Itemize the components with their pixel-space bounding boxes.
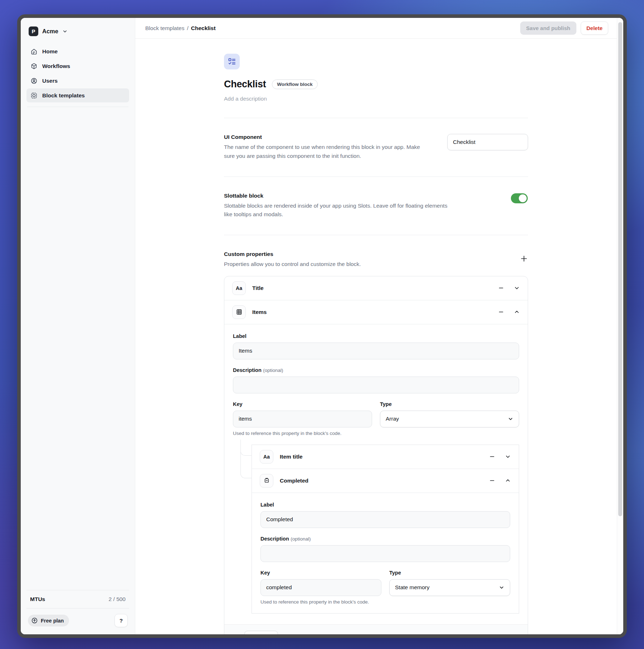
workflow-block-badge: Workflow block bbox=[272, 79, 318, 89]
optional-hint: (optional) bbox=[263, 368, 283, 373]
selected-type: Array bbox=[386, 416, 399, 422]
type-field-label: Type bbox=[380, 401, 392, 407]
breadcrumb-separator: / bbox=[187, 25, 188, 32]
sidebar-item-label: Block templates bbox=[42, 92, 85, 99]
tree-connector bbox=[240, 440, 252, 478]
state-memory-icon bbox=[260, 474, 273, 488]
block-title-row: Checklist Workflow block bbox=[224, 79, 528, 90]
card-footer: Add item bbox=[224, 624, 528, 634]
nested-properties-card: Aa Item title bbox=[252, 445, 519, 614]
block-type-icon-badge bbox=[224, 54, 240, 69]
slottable-toggle[interactable] bbox=[511, 193, 528, 203]
breadcrumb: Block templates / Checklist bbox=[145, 25, 216, 32]
workspace-logo: P bbox=[29, 26, 38, 36]
key-helper-text: Used to reference this property in the b… bbox=[233, 431, 372, 436]
key-field-label: Key bbox=[233, 401, 243, 407]
sidebar-item-workflows[interactable]: Workflows bbox=[26, 59, 129, 73]
chevron-down-icon bbox=[499, 585, 504, 590]
ui-component-input[interactable] bbox=[447, 134, 528, 150]
chevron-up-icon[interactable] bbox=[514, 309, 520, 315]
sidebar-item-home[interactable]: Home bbox=[26, 44, 129, 58]
delete-button[interactable]: Delete bbox=[581, 21, 608, 35]
property-name: Item title bbox=[280, 454, 483, 460]
topbar-actions: Save and publish Delete bbox=[520, 21, 608, 35]
completed-label-input[interactable] bbox=[260, 511, 510, 528]
sidebar-item-label: Users bbox=[42, 78, 58, 84]
items-type-select[interactable]: Array bbox=[380, 411, 519, 427]
mtus-label: MTUs bbox=[30, 596, 45, 602]
items-property-body: Label Description (optional) Key bbox=[224, 324, 528, 617]
remove-property-button[interactable] bbox=[498, 309, 504, 315]
scrollbar-thumb[interactable] bbox=[618, 22, 622, 516]
plus-icon bbox=[520, 255, 528, 263]
property-name: Title bbox=[252, 285, 492, 291]
key-field-label: Key bbox=[260, 570, 270, 576]
items-key-input[interactable] bbox=[233, 411, 372, 427]
items-label-input[interactable] bbox=[233, 343, 519, 359]
label-field-label: Label bbox=[233, 333, 247, 339]
ui-component-setting: UI Component The name of the component t… bbox=[224, 134, 528, 161]
property-row-completed[interactable]: Completed bbox=[252, 469, 519, 493]
completed-key-input[interactable] bbox=[260, 579, 381, 596]
checklist-icon bbox=[228, 57, 236, 66]
sidebar-item-users[interactable]: Users bbox=[26, 74, 129, 88]
property-row-items[interactable]: Items bbox=[224, 300, 528, 324]
optional-hint: (optional) bbox=[291, 536, 311, 542]
divider bbox=[224, 118, 528, 118]
text-icon: Aa bbox=[232, 281, 246, 295]
label-field-label: Label bbox=[260, 502, 274, 508]
block-description-placeholder[interactable]: Add a description bbox=[224, 96, 528, 102]
property-name: Items bbox=[252, 309, 492, 315]
chevron-down-icon bbox=[508, 416, 513, 422]
help-button[interactable]: ? bbox=[114, 614, 128, 627]
type-field-label: Type bbox=[389, 570, 401, 576]
remove-property-button[interactable] bbox=[489, 478, 495, 484]
sidebar-item-block-templates[interactable]: Block templates bbox=[26, 88, 129, 102]
mtus-usage: MTUs 2 / 500 bbox=[26, 590, 129, 608]
property-name: Completed bbox=[280, 478, 483, 484]
add-property-button[interactable] bbox=[520, 255, 528, 263]
plan-row: Free plan ? bbox=[26, 608, 129, 628]
sidebar-item-label: Workflows bbox=[42, 63, 70, 69]
upgrade-plan-button[interactable]: Free plan bbox=[28, 615, 69, 626]
breadcrumb-block-templates[interactable]: Block templates bbox=[145, 25, 184, 32]
add-item-button[interactable]: Add item bbox=[244, 631, 278, 634]
upgrade-arrow-icon bbox=[31, 617, 38, 624]
custom-properties-title: Custom properties bbox=[224, 251, 361, 257]
chevron-down-icon[interactable] bbox=[514, 285, 520, 291]
workspace-switcher[interactable]: P Acme bbox=[26, 23, 129, 39]
text-icon: Aa bbox=[260, 450, 273, 464]
completed-type-select[interactable]: State memory bbox=[389, 579, 510, 596]
custom-properties-header: Custom properties Properties allow you t… bbox=[224, 251, 528, 269]
users-icon bbox=[30, 77, 38, 84]
workflows-icon bbox=[30, 63, 38, 70]
page-title: Checklist bbox=[224, 79, 266, 90]
property-row-item-title[interactable]: Aa Item title bbox=[252, 445, 519, 469]
ui-component-description: The name of the component to use when re… bbox=[224, 143, 425, 161]
divider bbox=[224, 235, 528, 235]
selected-type: State memory bbox=[395, 584, 429, 591]
plan-label: Free plan bbox=[41, 618, 64, 624]
chevron-up-icon[interactable] bbox=[505, 478, 511, 484]
save-and-publish-button[interactable]: Save and publish bbox=[520, 21, 576, 35]
slottable-title: Slottable block bbox=[224, 193, 489, 199]
slottable-setting: Slottable block Slottable blocks are ren… bbox=[224, 193, 528, 219]
remove-property-button[interactable] bbox=[489, 454, 495, 460]
custom-properties-card: Aa Title bbox=[224, 276, 528, 634]
main-panel: Block templates / Checklist Save and pub… bbox=[135, 18, 623, 634]
chevron-down-icon bbox=[62, 29, 68, 34]
divider bbox=[224, 176, 528, 177]
chevron-down-icon[interactable] bbox=[505, 454, 511, 460]
topbar: Block templates / Checklist Save and pub… bbox=[135, 18, 623, 39]
scrollbar-track[interactable] bbox=[617, 18, 623, 634]
content-scroll-area: Checklist Workflow block Add a descripti… bbox=[135, 39, 623, 634]
description-field-label: Description bbox=[233, 367, 262, 373]
completed-description-input[interactable] bbox=[260, 545, 510, 562]
mtus-value: 2 / 500 bbox=[109, 596, 126, 602]
help-label: ? bbox=[119, 617, 123, 624]
property-row-title[interactable]: Aa Title bbox=[224, 276, 528, 300]
remove-property-button[interactable] bbox=[498, 285, 504, 291]
custom-properties-subtitle: Properties allow you to control and cust… bbox=[224, 260, 361, 269]
sidebar-item-label: Home bbox=[42, 48, 58, 55]
items-description-input[interactable] bbox=[233, 377, 519, 393]
